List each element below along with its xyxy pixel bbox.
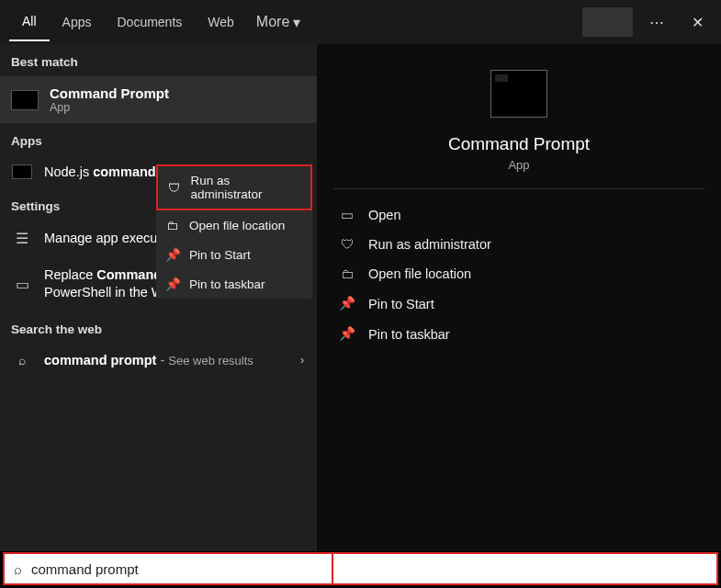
- pin-icon: 📌: [339, 326, 355, 342]
- section-best-match: Best match: [0, 44, 317, 76]
- ctx-run-as-admin[interactable]: 🛡 Run as administrator: [156, 164, 312, 210]
- action-pin-to-taskbar[interactable]: 📌 Pin to taskbar: [333, 319, 704, 349]
- settings-list-icon: ☰: [16, 230, 28, 247]
- tab-apps[interactable]: Apps: [50, 4, 105, 40]
- command-prompt-icon: [11, 90, 39, 110]
- search-input[interactable]: [31, 561, 707, 577]
- top-tab-bar: All Apps Documents Web More ▾ ⋯ ✕: [0, 0, 721, 44]
- action-open-file-location[interactable]: 🗀 Open file location: [333, 259, 704, 288]
- preview-sub: App: [508, 158, 529, 172]
- action-label: Pin to taskbar: [368, 327, 450, 342]
- preview-panel: Command Prompt App ▭ Open 🛡 Run as admin…: [317, 44, 721, 551]
- ctx-label: Pin to Start: [189, 248, 251, 262]
- pin-icon: 📌: [165, 247, 180, 262]
- close-icon[interactable]: ✕: [681, 6, 714, 39]
- action-run-as-admin[interactable]: 🛡 Run as administrator: [333, 230, 704, 259]
- section-web: Search the web: [0, 311, 317, 344]
- web-result[interactable]: ⌕ command prompt - See web results ›: [0, 344, 317, 377]
- search-icon: ⌕: [14, 561, 22, 577]
- section-apps: Apps: [0, 123, 317, 155]
- context-menu: 🛡 Run as administrator 🗀 Open file locat…: [156, 164, 312, 299]
- best-match-sub: App: [50, 101, 169, 114]
- tab-all[interactable]: All: [9, 3, 50, 41]
- preview-title: Command Prompt: [448, 134, 590, 154]
- shield-icon: 🛡: [339, 237, 355, 252]
- command-prompt-icon: [490, 70, 547, 118]
- command-prompt-icon: [12, 164, 32, 179]
- tab-more-label: More: [256, 14, 289, 30]
- chevron-down-icon: ▾: [293, 14, 300, 31]
- ctx-label: Run as administrator: [190, 174, 301, 201]
- web-result-label: command prompt - See web results: [44, 353, 306, 368]
- account-button[interactable]: [582, 7, 633, 37]
- action-label: Open: [368, 208, 400, 222]
- action-label: Open file location: [368, 266, 471, 281]
- tab-documents[interactable]: Documents: [104, 4, 195, 40]
- action-open[interactable]: ▭ Open: [333, 200, 704, 230]
- tab-more[interactable]: More ▾: [247, 3, 310, 42]
- more-options-icon[interactable]: ⋯: [640, 6, 673, 39]
- ctx-label: Open file location: [189, 219, 285, 232]
- search-icon: ⌕: [18, 353, 26, 368]
- best-match-result[interactable]: Command Prompt App: [0, 76, 317, 123]
- action-label: Pin to Start: [368, 297, 434, 311]
- action-label: Run as administrator: [368, 237, 491, 252]
- best-match-title: Command Prompt: [50, 85, 169, 101]
- search-bar[interactable]: ⌕: [3, 552, 718, 585]
- chevron-right-icon: ›: [300, 354, 304, 367]
- ctx-open-file-location[interactable]: 🗀 Open file location: [156, 210, 312, 240]
- settings-window-icon: ▭: [16, 276, 29, 293]
- ctx-label: Pin to taskbar: [189, 277, 265, 291]
- ctx-pin-to-taskbar[interactable]: 📌 Pin to taskbar: [156, 269, 312, 299]
- folder-icon: 🗀: [339, 266, 355, 281]
- results-panel: Best match Command Prompt App Apps Node.…: [0, 44, 317, 551]
- pin-icon: 📌: [165, 277, 180, 291]
- ctx-pin-to-start[interactable]: 📌 Pin to Start: [156, 240, 312, 269]
- action-pin-to-start[interactable]: 📌 Pin to Start: [333, 288, 704, 319]
- tab-web[interactable]: Web: [195, 4, 247, 40]
- shield-icon: 🛡: [167, 180, 181, 195]
- folder-icon: 🗀: [165, 218, 180, 232]
- pin-icon: 📌: [339, 296, 355, 311]
- open-icon: ▭: [339, 208, 355, 222]
